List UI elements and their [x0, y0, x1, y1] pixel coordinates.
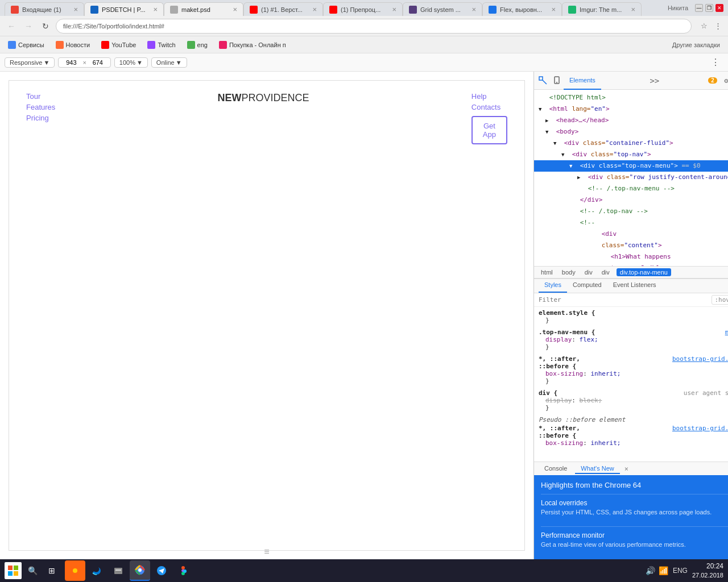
whatsnew-close[interactable]: × [622, 465, 631, 473]
tab-imgur[interactable]: Imgur: The m... × [562, 2, 642, 16]
get-app-button[interactable]: GetApp [471, 116, 507, 144]
tree-line-html[interactable]: <html lang="en"> [534, 103, 728, 115]
tree-triangle-body[interactable] [545, 127, 552, 137]
nav-link-tour[interactable]: Tour [26, 92, 55, 101]
tree-line-comment3[interactable]: <!-- [534, 217, 728, 228]
styles-tab-styles[interactable]: Styles [539, 279, 567, 293]
tab-close-youtube1[interactable]: × [312, 5, 317, 14]
reload-button[interactable]: ↻ [39, 19, 52, 33]
taskbar-telegram[interactable] [151, 560, 172, 581]
bookmark-twitch[interactable]: Twitch [144, 40, 179, 50]
tree-line-container[interactable]: <div class="container-fluid"> [534, 138, 728, 149]
restore-button[interactable]: ❐ [705, 4, 713, 12]
nav-link-help[interactable]: Help [471, 92, 487, 101]
nav-link-pricing[interactable]: Pricing [26, 114, 55, 122]
taskbar-view-button[interactable]: ⊞ [43, 562, 60, 579]
tray-volume-icon[interactable]: 📶 [659, 566, 668, 575]
bookmarks-other[interactable]: Другие закладки [669, 40, 723, 49]
responsive-dropdown[interactable]: Responsive ▼ [5, 57, 55, 68]
breadcrumb-topnavmenu[interactable]: div.top-nav-menu [617, 268, 671, 276]
close-button[interactable]: ✕ [715, 4, 723, 12]
tree-triangle-topnav[interactable] [561, 149, 568, 160]
breadcrumb-div2[interactable]: div [599, 268, 612, 276]
tree-line-row[interactable]: <div class="row justify-content-around">… [534, 172, 728, 183]
devtools-panel: Elements >> 2 ⚙ ⋮ ✕ <!DOCTYPE html> [533, 72, 728, 559]
devtools-settings-icon[interactable]: ⚙ [719, 74, 728, 88]
nav-link-contacts[interactable]: Contacts [471, 103, 500, 111]
breadcrumb-body[interactable]: body [560, 268, 578, 276]
breadcrumb-div1[interactable]: div [582, 268, 595, 276]
tab-close-bootstrap[interactable]: × [471, 5, 476, 14]
tree-line-divclass[interactable]: <div [534, 228, 728, 240]
tree-line-topnav[interactable]: <div class="top-nav"> [534, 149, 728, 160]
bookmark-novosti[interactable]: Новости [52, 40, 94, 50]
tab-youtube2[interactable]: (1) Препроц... × [323, 2, 403, 16]
nav-link-features[interactable]: Features [26, 103, 55, 111]
taskbar-firefox[interactable] [65, 560, 85, 581]
bookmark-youtube[interactable]: YouTube [98, 40, 139, 50]
bookmark-servisy[interactable]: Сервисы [5, 40, 48, 50]
taskbar-disk[interactable] [108, 560, 129, 581]
tab-close-youtube2[interactable]: × [392, 5, 396, 14]
tree-line-h1[interactable]: <h1>What happens [534, 251, 728, 263]
tree-line-comment2[interactable]: <!-- /.top-nav --> [534, 206, 728, 217]
taskbar-figma[interactable] [173, 560, 193, 581]
tray-network-icon[interactable]: 🔊 [646, 566, 655, 575]
viewport-more[interactable]: ⋮ [708, 56, 723, 69]
tree-triangle-topnavmenu[interactable] [569, 161, 576, 171]
filter-hov[interactable]: :hov [712, 295, 728, 305]
breadcrumb-html[interactable]: html [539, 268, 555, 276]
tab-gmail[interactable]: Входящие (1) × [5, 2, 84, 16]
tree-line-doctype[interactable]: <!DOCTYPE html> [534, 92, 728, 103]
styles-tab-computed[interactable]: Computed [567, 279, 607, 293]
tree-line-closediv1[interactable]: </div> [534, 194, 728, 206]
start-button[interactable] [5, 562, 22, 579]
devtools-tab-elements[interactable]: Elements [564, 72, 601, 90]
forward-button[interactable]: → [22, 19, 35, 33]
tray-time[interactable]: 20:24 27.02.2018 [692, 562, 723, 579]
bookmark-star-button[interactable]: ☆ [698, 20, 710, 32]
bookmark-eng[interactable]: eng [184, 40, 211, 50]
devtools-inspect-icon[interactable] [536, 74, 550, 88]
tab-maket[interactable]: maket.psd × [164, 2, 243, 16]
filter-input[interactable] [539, 296, 709, 304]
tree-triangle-html[interactable] [539, 104, 545, 114]
tab-psdetch[interactable]: PSDETCH | P... × [84, 2, 164, 16]
styles-tab-event-listeners[interactable]: Event Listeners [607, 279, 662, 293]
bottom-tab-console[interactable]: Console [539, 464, 573, 474]
tree-triangle-row[interactable] [577, 172, 584, 182]
tree-line-topnavmenu[interactable]: <div class="top-nav-menu"> == $0 [534, 160, 728, 172]
tab-close-flex[interactable]: × [551, 5, 556, 14]
tab-bootstrap[interactable]: Grid system ... × [403, 2, 482, 16]
viewport-width-input[interactable] [62, 59, 80, 66]
zoom-dropdown[interactable]: 100% ▼ [114, 57, 148, 68]
style-source-maincss[interactable]: main.css:5 [725, 329, 728, 336]
tree-line-comment1[interactable]: <!-- /.top-nav-menu --> [534, 183, 728, 194]
taskbar-edge[interactable] [86, 560, 107, 581]
online-dropdown[interactable]: Online ▼ [151, 57, 187, 68]
tab-close-psdetch[interactable]: × [153, 5, 158, 14]
taskbar-search-button[interactable]: 🔍 [24, 562, 41, 579]
tab-youtube1[interactable]: (1) #1. Верст... × [243, 2, 323, 16]
back-button[interactable]: ← [5, 19, 18, 33]
tab-close-gmail[interactable]: × [73, 5, 78, 14]
bottom-tab-whatsnew[interactable]: What's New [575, 464, 619, 474]
devtools-device-icon[interactable] [550, 74, 564, 88]
bookmark-shop[interactable]: Покупка - Онлайн п [216, 40, 289, 50]
tab-close-imgur[interactable]: × [631, 5, 635, 14]
devtools-tab-more[interactable]: >> [646, 76, 663, 85]
tree-line-contentclass[interactable]: class="content"> [534, 240, 728, 251]
url-bar[interactable]: file:///E:/Site/To/portfolio/indext.html… [56, 19, 692, 34]
tree-triangle-head[interactable] [545, 115, 552, 126]
tab-close-maket[interactable]: × [233, 5, 237, 14]
tree-line-head[interactable]: <head>…</head> [534, 115, 728, 126]
minimize-button[interactable]: — [695, 4, 703, 12]
tab-flex[interactable]: Flex, выровн... × [482, 2, 562, 16]
taskbar-chrome[interactable] [130, 560, 150, 581]
style-source-bootstrap[interactable]: bootstrap-grid.min.css:6 [672, 355, 728, 363]
style-source-bootstrap2[interactable]: bootstrap-grid.min.css:6 [672, 425, 728, 432]
viewport-height-input[interactable] [89, 59, 107, 66]
tree-line-body[interactable]: <body> [534, 126, 728, 138]
browser-menu-button[interactable]: ⋮ [712, 20, 723, 32]
tree-triangle-container[interactable] [553, 138, 560, 148]
